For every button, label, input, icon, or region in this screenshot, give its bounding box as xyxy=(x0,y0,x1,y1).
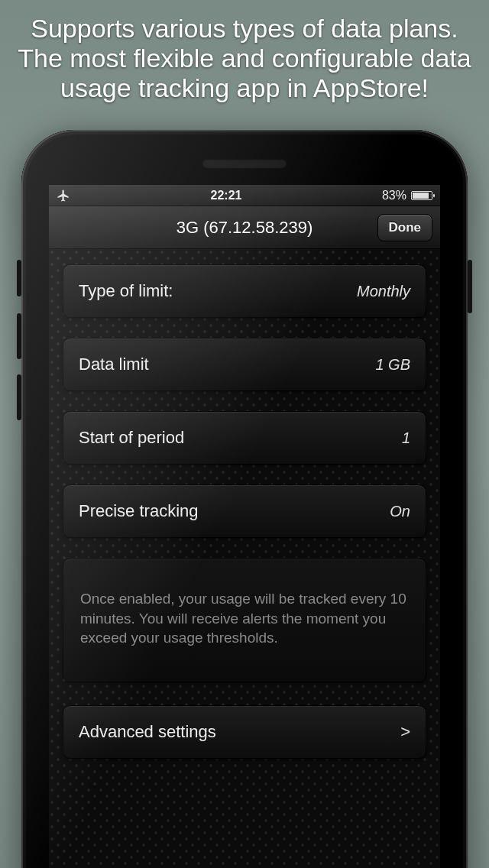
promo-headline: Supports various types of data plans. Th… xyxy=(0,14,489,103)
row-label: Data limit xyxy=(79,355,149,374)
chevron-right-icon: > xyxy=(400,722,410,742)
precise-tracking-info: Once enabled, your usage will be tracked… xyxy=(63,558,426,682)
nav-bar: 3G (67.12.58.239) Done xyxy=(49,206,440,249)
row-data-limit[interactable]: Data limit 1 GB xyxy=(63,338,426,391)
row-label: Advanced settings xyxy=(79,722,216,742)
row-label: Start of period xyxy=(79,428,184,448)
row-value: On xyxy=(390,503,410,520)
status-time: 22:21 xyxy=(211,189,242,202)
nav-title: 3G (67.12.58.239) xyxy=(176,218,313,238)
phone-screen: 22:21 83% 3G (67.12.58.239) Done Type of… xyxy=(49,185,440,868)
phone-power-button xyxy=(468,260,472,313)
row-precise-tracking[interactable]: Precise tracking On xyxy=(63,484,426,538)
battery-icon xyxy=(411,191,432,200)
row-label: Precise tracking xyxy=(79,501,199,521)
status-bar: 22:21 83% xyxy=(49,185,440,206)
battery-percent: 83% xyxy=(382,189,406,202)
done-button[interactable]: Done xyxy=(377,214,433,241)
phone-speaker xyxy=(202,159,287,168)
row-start-of-period[interactable]: Start of period 1 xyxy=(63,411,426,465)
airplane-mode-icon xyxy=(57,189,70,202)
row-advanced-settings[interactable]: Advanced settings > xyxy=(63,705,426,759)
row-value: Monthly xyxy=(357,283,410,300)
settings-content: Type of limit: Monthly Data limit 1 GB S… xyxy=(49,249,440,868)
row-value: 1 xyxy=(402,429,410,447)
phone-frame: 22:21 83% 3G (67.12.58.239) Done Type of… xyxy=(21,130,468,868)
row-type-of-limit[interactable]: Type of limit: Monthly xyxy=(63,264,426,318)
row-value: 1 GB xyxy=(375,356,410,374)
row-label: Type of limit: xyxy=(79,281,173,301)
